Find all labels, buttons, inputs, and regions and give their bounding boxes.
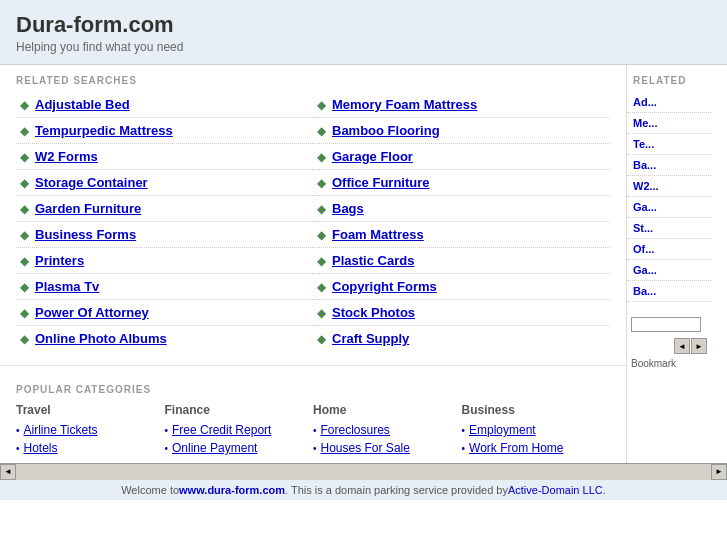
bottom-period: .	[603, 484, 606, 496]
search-link-item: ◆Printers	[16, 248, 313, 274]
category-link-item: •Airline Tickets	[16, 421, 155, 439]
related-searches-label: RELATED SEARCHES	[16, 75, 610, 86]
search-link-item: ◆Stock Photos	[313, 300, 610, 326]
search-link[interactable]: Office Furniture	[332, 175, 430, 190]
bullet-icon: •	[313, 443, 317, 454]
arrow-icon: ◆	[317, 202, 326, 216]
search-link-item: ◆Bags	[313, 196, 610, 222]
search-link-item: ◆Foam Mattress	[313, 222, 610, 248]
right-panel-link[interactable]: Me...	[627, 113, 711, 134]
search-link[interactable]: Craft Supply	[332, 331, 409, 346]
right-panel-link[interactable]: Ga...	[627, 197, 711, 218]
search-link[interactable]: Memory Foam Mattress	[332, 97, 477, 112]
bottom-text-middle: . This is a domain parking service provi…	[285, 484, 508, 496]
arrow-icon: ◆	[20, 124, 29, 138]
bullet-icon: •	[16, 443, 20, 454]
search-link-item: ◆Plastic Cards	[313, 248, 610, 274]
search-link[interactable]: Online Photo Albums	[35, 331, 167, 346]
search-link[interactable]: Business Forms	[35, 227, 136, 242]
search-link[interactable]: Adjustable Bed	[35, 97, 130, 112]
site-title: Dura-form.com	[16, 12, 711, 38]
category-link[interactable]: Hotels	[24, 441, 58, 455]
category-link[interactable]: Houses For Sale	[321, 441, 410, 455]
search-link[interactable]: W2 Forms	[35, 149, 98, 164]
right-panel-link[interactable]: Ba...	[627, 281, 711, 302]
right-panel-link[interactable]: W2...	[627, 176, 711, 197]
category-link[interactable]: Work From Home	[469, 441, 563, 455]
search-link[interactable]: Foam Mattress	[332, 227, 424, 242]
search-link[interactable]: Plasma Tv	[35, 279, 99, 294]
search-link-item: ◆Online Photo Albums	[16, 326, 313, 351]
arrow-icon: ◆	[20, 202, 29, 216]
category-link-item: •Hotels	[16, 439, 155, 457]
category-link[interactable]: Foreclosures	[321, 423, 390, 437]
scroll-h-track[interactable]	[16, 464, 711, 480]
search-link[interactable]: Bags	[332, 201, 364, 216]
arrow-icon: ◆	[20, 306, 29, 320]
scroll-right-bottom-icon[interactable]: ►	[711, 464, 727, 480]
right-panel-link[interactable]: Ba...	[627, 155, 711, 176]
search-link[interactable]: Tempurpedic Mattress	[35, 123, 173, 138]
bottom-brand-link[interactable]: www.dura-form.com	[179, 484, 285, 496]
search-link[interactable]: Copyright Forms	[332, 279, 437, 294]
search-link[interactable]: Storage Container	[35, 175, 148, 190]
right-panel-link[interactable]: Te...	[627, 134, 711, 155]
category-title: Finance	[165, 403, 304, 417]
scroll-right-icon[interactable]: ►	[691, 338, 707, 354]
bullet-icon: •	[462, 443, 466, 454]
category-column: Finance•Free Credit Report•Online Paymen…	[165, 403, 314, 457]
search-link-item: ◆Power Of Attorney	[16, 300, 313, 326]
bookmark-input[interactable]	[631, 317, 701, 332]
search-link[interactable]: Plastic Cards	[332, 253, 414, 268]
right-panel: RELATED Ad...Me...Te...Ba...W2...Ga...St…	[626, 65, 711, 463]
search-link[interactable]: Garage Floor	[332, 149, 413, 164]
category-link[interactable]: Free Credit Report	[172, 423, 271, 437]
right-panel-header: RELATED	[627, 65, 711, 92]
right-links-container: Ad...Me...Te...Ba...W2...Ga...St...Of...…	[627, 92, 711, 302]
search-link[interactable]: Power Of Attorney	[35, 305, 149, 320]
arrow-icon: ◆	[20, 176, 29, 190]
arrow-icon: ◆	[317, 228, 326, 242]
bullet-icon: •	[16, 425, 20, 436]
arrow-icon: ◆	[20, 332, 29, 346]
right-panel-link[interactable]: St...	[627, 218, 711, 239]
right-panel-link[interactable]: Of...	[627, 239, 711, 260]
category-column: Home•Foreclosures•Houses For Sale	[313, 403, 462, 457]
category-link-item: •Free Credit Report	[165, 421, 304, 439]
search-link-item: ◆Copyright Forms	[313, 274, 610, 300]
arrow-icon: ◆	[317, 124, 326, 138]
search-link-item: ◆Memory Foam Mattress	[313, 92, 610, 118]
scroll-left-icon[interactable]: ◄	[674, 338, 690, 354]
right-panel-link[interactable]: Ad...	[627, 92, 711, 113]
search-link[interactable]: Garden Furniture	[35, 201, 141, 216]
category-link[interactable]: Airline Tickets	[24, 423, 98, 437]
arrow-icon: ◆	[317, 176, 326, 190]
arrow-icon: ◆	[317, 98, 326, 112]
right-panel-link[interactable]: Ga...	[627, 260, 711, 281]
search-link[interactable]: Bamboo Flooring	[332, 123, 440, 138]
left-content: RELATED SEARCHES ◆Adjustable Bed◆Memory …	[0, 65, 626, 463]
scroll-left-bottom-icon[interactable]: ◄	[0, 464, 16, 480]
search-link-item: ◆Garden Furniture	[16, 196, 313, 222]
search-link-item: ◆Craft Supply	[313, 326, 610, 351]
bottom-active-domain-link[interactable]: Active-Domain LLC	[508, 484, 603, 496]
search-link-item: ◆Garage Floor	[313, 144, 610, 170]
bookmark-label: Bookmark	[627, 356, 711, 371]
category-link[interactable]: Employment	[469, 423, 536, 437]
bottom-text-prefix: Welcome to	[121, 484, 179, 496]
arrow-icon: ◆	[20, 280, 29, 294]
arrow-icon: ◆	[317, 150, 326, 164]
bottom-scrollbar: ◄ ►	[0, 463, 727, 479]
popular-categories-label: POPULAR CATEGORIES	[16, 384, 610, 395]
search-link-item: ◆Storage Container	[16, 170, 313, 196]
search-link[interactable]: Printers	[35, 253, 84, 268]
category-link[interactable]: Online Payment	[172, 441, 257, 455]
search-link[interactable]: Stock Photos	[332, 305, 415, 320]
search-links-grid: ◆Adjustable Bed◆Memory Foam Mattress◆Tem…	[16, 92, 610, 351]
site-tagline: Helping you find what you need	[16, 40, 711, 54]
arrow-icon: ◆	[20, 228, 29, 242]
bullet-icon: •	[165, 425, 169, 436]
search-link-item: ◆Business Forms	[16, 222, 313, 248]
bottom-bar: Welcome to www.dura-form.com . This is a…	[0, 479, 727, 500]
bullet-icon: •	[165, 443, 169, 454]
